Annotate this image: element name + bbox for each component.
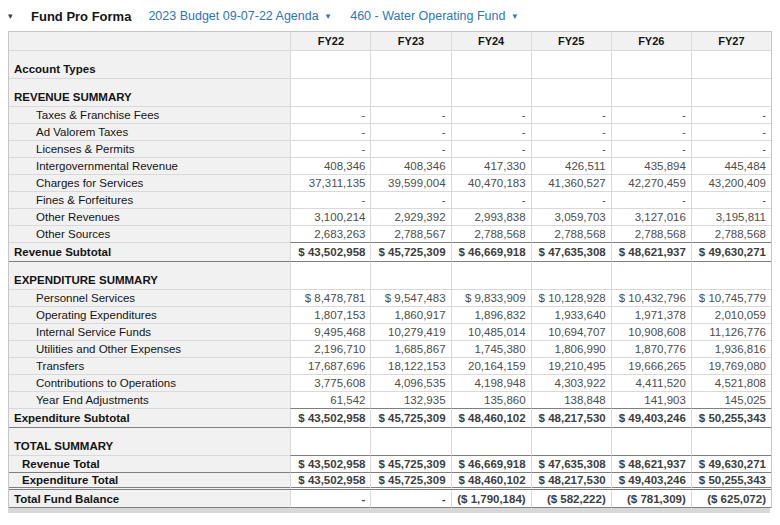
value-cell-fy24: - <box>451 141 531 158</box>
value-cell-fy23: - <box>370 141 450 158</box>
value-cell-fy27 <box>691 262 771 290</box>
value-cell-fy24: $ 46,669,918 <box>451 456 531 473</box>
row-label-cell: Operating Expenditures <box>9 307 290 324</box>
table-row: Operating Expenditures1,807,1531,860,917… <box>9 307 771 324</box>
value-cell-fy22: - <box>290 141 370 158</box>
row-label-cell: Other Sources <box>9 226 290 243</box>
table-row: Charges for Services37,311,13539,599,004… <box>9 175 771 192</box>
value-cell-fy25: 1,806,990 <box>531 341 611 358</box>
value-cell-fy24: ($ 1,790,184) <box>451 490 531 508</box>
value-cell-fy25: $ 47,635,308 <box>531 456 611 473</box>
value-cell-fy22: - <box>290 490 370 508</box>
budget-selector-dropdown[interactable]: 2023 Budget 09-07-22 Agenda ▾ <box>148 9 330 23</box>
corner-header-cell <box>9 32 290 51</box>
column-header-fy24: FY24 <box>451 32 531 51</box>
value-cell-fy23: 10,279,419 <box>370 324 450 341</box>
table-row: Ad Valorem Taxes------ <box>9 124 771 141</box>
value-cell-fy22: 9,495,468 <box>290 324 370 341</box>
row-label-cell: Account Types <box>9 51 290 79</box>
value-cell-fy26: 435,894 <box>611 158 691 175</box>
value-cell-fy25: 1,933,640 <box>531 307 611 324</box>
table-row: REVENUE SUMMARY <box>9 79 771 107</box>
column-header-row: FY22FY23FY24FY25FY26FY27 <box>9 32 771 51</box>
fund-selector-dropdown[interactable]: 460 - Water Operating Fund ▾ <box>350 9 517 23</box>
table-row: Other Sources2,683,2632,788,5672,788,568… <box>9 226 771 243</box>
row-label-cell: Transfers <box>9 358 290 375</box>
value-cell-fy23 <box>370 428 450 456</box>
row-label-cell: Other Revenues <box>9 209 290 226</box>
table-row: Revenue Total$ 43,502,958$ 45,725,309$ 4… <box>9 456 771 473</box>
table-row: Other Revenues3,100,2142,929,3922,993,83… <box>9 209 771 226</box>
value-cell-fy24: 20,164,159 <box>451 358 531 375</box>
value-cell-fy24: - <box>451 192 531 209</box>
table-row: Contributions to Operations3,775,6084,09… <box>9 375 771 392</box>
value-cell-fy24 <box>451 428 531 456</box>
value-cell-fy26: - <box>611 107 691 124</box>
value-cell-fy27: $ 50,255,343 <box>691 409 771 428</box>
fund-selector-label: 460 - Water Operating Fund <box>350 9 505 23</box>
value-cell-fy27: 19,769,080 <box>691 358 771 375</box>
value-cell-fy26: 4,411,520 <box>611 375 691 392</box>
table-row: Personnel Services$ 8,478,781$ 9,547,483… <box>9 290 771 307</box>
value-cell-fy27: 43,200,409 <box>691 175 771 192</box>
value-cell-fy24: 417,330 <box>451 158 531 175</box>
value-cell-fy27: $ 49,630,271 <box>691 456 771 473</box>
value-cell-fy23: $ 45,725,309 <box>370 473 450 490</box>
value-cell-fy24: 2,788,568 <box>451 226 531 243</box>
value-cell-fy27: 1,936,816 <box>691 341 771 358</box>
collapse-caret-icon[interactable]: ▾ <box>8 12 22 21</box>
value-cell-fy23: 408,346 <box>370 158 450 175</box>
page-header: ▾ Fund Pro Forma 2023 Budget 09-07-22 Ag… <box>0 0 780 31</box>
table-bottom-strip <box>8 508 770 513</box>
value-cell-fy23: 1,685,867 <box>370 341 450 358</box>
value-cell-fy27: $ 10,745,779 <box>691 290 771 307</box>
table-row: EXPENDITURE SUMMARY <box>9 262 771 290</box>
value-cell-fy24: 40,470,183 <box>451 175 531 192</box>
value-cell-fy25: $ 47,635,308 <box>531 243 611 262</box>
value-cell-fy24: $ 48,460,102 <box>451 409 531 428</box>
row-label-cell: Personnel Services <box>9 290 290 307</box>
row-label-cell: Total Fund Balance <box>9 490 290 508</box>
value-cell-fy27: 3,195,811 <box>691 209 771 226</box>
value-cell-fy22 <box>290 51 370 79</box>
value-cell-fy26: 19,666,265 <box>611 358 691 375</box>
value-cell-fy23: 1,860,917 <box>370 307 450 324</box>
value-cell-fy24: 4,198,948 <box>451 375 531 392</box>
value-cell-fy22: 17,687,696 <box>290 358 370 375</box>
value-cell-fy25 <box>531 428 611 456</box>
value-cell-fy27 <box>691 51 771 79</box>
table-row: Internal Service Funds9,495,46810,279,41… <box>9 324 771 341</box>
value-cell-fy25: 3,059,703 <box>531 209 611 226</box>
value-cell-fy24: 10,485,014 <box>451 324 531 341</box>
row-label-cell: Contributions to Operations <box>9 375 290 392</box>
value-cell-fy27: - <box>691 192 771 209</box>
value-cell-fy27: ($ 625,072) <box>691 490 771 508</box>
value-cell-fy23: 4,096,535 <box>370 375 450 392</box>
value-cell-fy26: 42,270,459 <box>611 175 691 192</box>
value-cell-fy22: $ 43,502,958 <box>290 243 370 262</box>
value-cell-fy24 <box>451 51 531 79</box>
value-cell-fy25 <box>531 51 611 79</box>
row-label-cell: Ad Valorem Taxes <box>9 124 290 141</box>
row-label-cell: REVENUE SUMMARY <box>9 79 290 107</box>
value-cell-fy26: $ 49,403,246 <box>611 409 691 428</box>
value-cell-fy22: 2,196,710 <box>290 341 370 358</box>
value-cell-fy23: 2,788,567 <box>370 226 450 243</box>
value-cell-fy22: 1,807,153 <box>290 307 370 324</box>
value-cell-fy25: 138,848 <box>531 392 611 409</box>
value-cell-fy26: 1,870,776 <box>611 341 691 358</box>
row-label-cell: Year End Adjustments <box>9 392 290 409</box>
value-cell-fy26: $ 48,621,937 <box>611 243 691 262</box>
column-header-fy23: FY23 <box>370 32 450 51</box>
value-cell-fy22: 3,775,608 <box>290 375 370 392</box>
value-cell-fy26: $ 48,621,937 <box>611 456 691 473</box>
value-cell-fy22: 61,542 <box>290 392 370 409</box>
value-cell-fy23: - <box>370 490 450 508</box>
table-row: Licenses & Permits------ <box>9 141 771 158</box>
value-cell-fy25: 4,303,922 <box>531 375 611 392</box>
value-cell-fy22: - <box>290 124 370 141</box>
value-cell-fy25: - <box>531 124 611 141</box>
value-cell-fy24: - <box>451 124 531 141</box>
value-cell-fy27 <box>691 428 771 456</box>
row-label-cell: Intergovernmental Revenue <box>9 158 290 175</box>
